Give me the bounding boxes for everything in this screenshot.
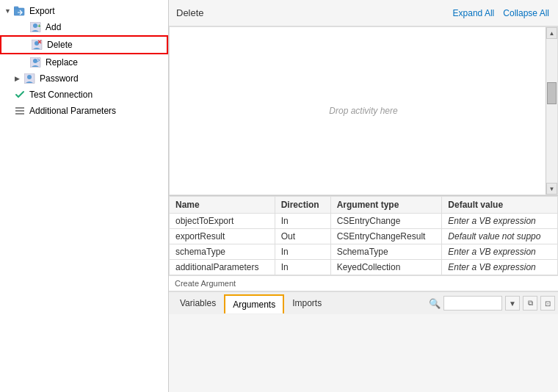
tab-imports[interactable]: Imports [284, 294, 330, 313]
cell-default[interactable]: Enter a VB expression [442, 244, 558, 260]
cell-default[interactable]: Enter a VB expression [442, 260, 558, 275]
col-header-argtype: Argument type [330, 197, 442, 214]
cell-name: objectToExport [170, 214, 275, 229]
svg-point-12 [27, 75, 32, 79]
expand-arrow-export: ▼ [4, 7, 13, 15]
table-row: schemaType In SchemaType Enter a VB expr… [170, 244, 558, 260]
tab-copy-button[interactable]: ⧉ [523, 296, 537, 311]
canvas-scrollbar[interactable]: ▲ ▼ [546, 27, 557, 195]
sidebar-item-label-params: Additional Parameters [29, 106, 116, 116]
sidebar-item-test-connection[interactable]: Test Connection [0, 87, 168, 103]
svg-text:+: + [37, 23, 41, 29]
expand-arrow-password: ▶ [15, 75, 23, 82]
cell-argtype: KeyedCollection [330, 260, 442, 275]
cell-direction: Out [275, 229, 330, 244]
sidebar-item-export[interactable]: ▼ Export [0, 3, 168, 19]
arguments-table: Name Direction Argument type Default val… [169, 196, 558, 275]
test-connection-icon [13, 89, 26, 101]
sidebar-item-label-replace: Replace [46, 57, 78, 68]
top-bar: Delete Expand All Collapse All [169, 0, 558, 26]
cell-name: schemaType [170, 244, 275, 260]
scroll-up-arrow[interactable]: ▲ [546, 27, 557, 39]
cell-default[interactable]: Default value not suppo [442, 229, 558, 244]
cell-name: exportResult [170, 229, 275, 244]
add-icon: + [29, 21, 43, 33]
cell-direction: In [275, 244, 330, 260]
scroll-thumb[interactable] [547, 82, 557, 104]
svg-rect-1 [14, 7, 18, 9]
export-icon [13, 5, 26, 17]
tab-variables[interactable]: Variables [172, 294, 224, 313]
sidebar-item-label-test: Test Connection [29, 90, 93, 100]
cell-argtype: SchemaType [330, 244, 442, 260]
create-argument-row[interactable]: Create Argument [169, 275, 558, 291]
cell-default[interactable]: Enter a VB expression [442, 214, 558, 229]
expand-all-button[interactable]: Expand All [452, 8, 496, 18]
scroll-down-arrow[interactable]: ▼ [546, 183, 557, 195]
collapse-all-button[interactable]: Collapse All [501, 8, 551, 18]
cell-direction: In [275, 214, 330, 229]
delete-icon [31, 39, 44, 51]
cell-argtype: CSEntryChangeResult [330, 229, 442, 244]
tab-search-input[interactable] [443, 296, 502, 311]
canvas-area: Drop activity here ▲ ▼ [169, 26, 558, 195]
replace-icon [29, 57, 43, 68]
sidebar: ▼ Export + Add [0, 0, 169, 392]
additional-params-icon [13, 105, 26, 117]
table-row: exportResult Out CSEntryChangeResult Def… [170, 229, 558, 244]
expand-arrow-delete [22, 41, 31, 48]
sidebar-item-add[interactable]: + Add [0, 19, 168, 35]
tab-search-area: 🔍 ▼ ⧉ ⊡ [429, 296, 555, 311]
sidebar-item-additional-parameters[interactable]: Additional Parameters [0, 103, 168, 119]
cell-argtype: CSEntryChange [330, 214, 442, 229]
svg-rect-15 [15, 113, 24, 115]
tab-dropdown-button[interactable]: ▼ [505, 296, 520, 311]
col-header-name: Name [170, 197, 275, 214]
col-header-default: Default value [442, 197, 558, 214]
scroll-track [546, 39, 557, 183]
expand-arrow-replace [21, 59, 29, 66]
expand-arrow-params [4, 107, 13, 115]
drop-activity-text: Drop activity here [329, 106, 397, 116]
cell-direction: In [275, 260, 330, 275]
table-row: additionalParameters In KeyedCollection … [170, 260, 558, 275]
expand-arrow-add [21, 23, 29, 31]
sidebar-item-password[interactable]: ▶ Password [0, 70, 168, 87]
password-icon [23, 73, 37, 84]
sidebar-item-replace[interactable]: Replace [0, 54, 168, 70]
table-row: objectToExport In CSEntryChange Enter a … [170, 214, 558, 229]
sidebar-item-delete[interactable]: Delete [0, 35, 168, 54]
search-icon: 🔍 [429, 298, 441, 309]
col-header-direction: Direction [275, 197, 330, 214]
expand-collapse-buttons: Expand All Collapse All [452, 8, 551, 18]
svg-rect-0 [14, 8, 24, 15]
sidebar-item-label-delete: Delete [47, 40, 73, 50]
bottom-tab-bar: Variables Arguments Imports 🔍 ▼ ⧉ ⊡ [169, 291, 558, 314]
expand-arrow-test [4, 91, 13, 98]
sidebar-item-label-add: Add [46, 22, 61, 32]
cell-name: additionalParameters [170, 260, 275, 275]
tab-arguments[interactable]: Arguments [224, 294, 284, 313]
panel-title: Delete [176, 7, 204, 18]
svg-rect-14 [15, 110, 24, 112]
svg-rect-13 [15, 107, 24, 109]
sidebar-item-label-export: Export [29, 6, 55, 16]
main-panel: Delete Expand All Collapse All Drop acti… [169, 0, 558, 392]
svg-point-10 [33, 59, 37, 63]
tab-settings-button[interactable]: ⊡ [540, 296, 555, 311]
arguments-area: Name Direction Argument type Default val… [169, 195, 558, 291]
sidebar-item-label-password: Password [40, 73, 79, 84]
